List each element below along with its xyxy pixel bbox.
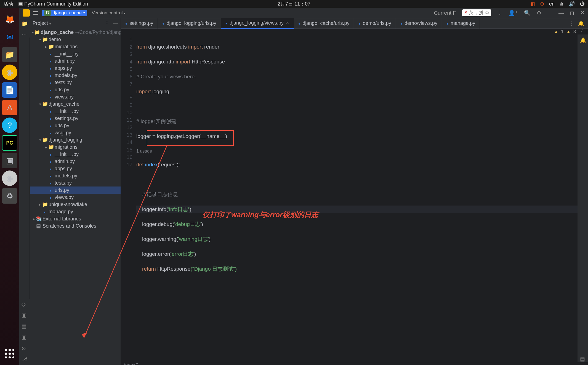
editor-area: settings.py django_logging/urls.py djang… [121,18,588,365]
volume-icon[interactable]: 🔊 [569,1,575,7]
tab-logging-views[interactable]: django_logging/views.py✕ [221,18,294,29]
services-tool-icon[interactable]: ▤ [22,323,28,329]
dock-rhythmbox-icon[interactable]: ◉ [2,65,17,80]
terminal-tool-icon[interactable]: ▣ [22,334,28,340]
tabs-more-icon[interactable]: ⋮ [569,20,574,26]
close-button[interactable]: ✕ [580,10,585,16]
main-menu-button[interactable] [33,11,38,15]
tree-hide-icon[interactable]: — [113,20,118,26]
code-editor[interactable]: 1234567891011121314151617 from django.sh… [121,34,588,362]
maximize-button[interactable]: ◻ [570,10,574,16]
lang-indicator[interactable]: en [549,1,555,7]
python-console-icon[interactable]: ▣ [22,312,28,318]
tab-demo-views[interactable]: demo/views.py [396,18,442,29]
pycharm-logo-icon[interactable] [23,9,30,17]
database-strip-icon[interactable]: ▤ [580,356,586,362]
gutter: 1234567891011121314151617 [121,34,136,362]
inspection-chevron-icon[interactable]: 〈 [579,29,583,34]
dock-firefox-icon[interactable]: 🦊 [2,12,17,27]
ime-panel[interactable]: S 英 ，拼 ⚙ [462,9,491,16]
python-packages-icon[interactable]: ◇ [22,301,28,307]
dock-trash-icon[interactable]: ♻ [2,188,17,204]
dock-software-icon[interactable]: A [2,100,17,115]
structure-tool-icon[interactable]: ⋯ [22,31,28,38]
project-tool-icon[interactable]: 📁 [22,20,28,26]
close-tab-icon[interactable]: ✕ [286,21,289,25]
dock-help-icon[interactable]: ? [2,118,17,133]
dock-apps-grid-icon[interactable] [3,347,16,360]
git-tool-icon[interactable]: ⎇ [22,356,28,362]
editor-breadcrumb[interactable]: index() [121,362,588,365]
settings-icon[interactable]: ⚙ [537,10,541,16]
project-tree-panel: Project ▾ ⋮ — ▾📁django_cache ~/Code/Pyth… [30,18,121,365]
warning-icon: ▲ [554,29,558,34]
tab-demo-urls[interactable]: demo/urls.py [354,18,396,29]
project-selector[interactable]: django_cache ▾ [42,10,87,16]
annotation-text: 仅打印了warning与error级别的日志 [203,211,318,219]
problems-tool-icon[interactable]: ⊙ [22,345,28,351]
dock-thunderbird-icon[interactable]: ✉ [2,29,17,45]
ubuntu-dock: 🦊 ✉ 📁 ◉ 📄 A ? PC ▣ ◉ ♻ [0,8,19,365]
search-everywhere-icon[interactable]: 🔍 [524,10,531,16]
project-tree[interactable]: ▾📁django_cache ~/Code/Python/django_cach… [30,28,121,365]
project-panel-title: Project ▾ [33,20,51,26]
more-actions-icon[interactable]: ⋮ [497,10,502,16]
power-icon[interactable]: ⏻ [580,1,585,7]
code-with-me-icon[interactable]: 👤⁺ [509,10,518,16]
network-icon[interactable]: ⋔ [560,1,564,7]
activities-label[interactable]: 活动 [3,1,13,7]
dock-disk-icon[interactable]: ◉ [2,170,17,186]
system-top-bar: 活动 ▣ PyCharm Community Edition 2月7日 11：0… [0,0,588,8]
dnd-icon[interactable]: ⊖ [540,1,544,7]
version-control-menu[interactable]: Version control ▾ [92,10,126,16]
dock-files-icon[interactable]: 📁 [2,47,17,62]
tab-cache-urls[interactable]: django_cache/urls.py [294,18,354,29]
dock-terminal-icon[interactable]: ▣ [2,153,17,168]
minimize-button[interactable]: — [558,10,564,16]
tab-settings[interactable]: settings.py [121,18,158,29]
run-config-label[interactable]: Current F [434,10,456,16]
system-clock[interactable]: 2月7日 11：07 [278,1,310,7]
bell-icon[interactable]: 🔔 [578,20,584,26]
notifications-strip-icon[interactable]: 🔔 [580,37,586,43]
typo-icon: ▲ [566,29,571,34]
ide-main-toolbar: django_cache ▾ Version control ▾ Current… [19,8,588,18]
ide-window: django_cache ▾ Version control ▾ Current… [19,8,588,365]
tab-logging-urls[interactable]: django_logging/urls.py [158,18,221,29]
dock-pycharm-icon[interactable]: PC [2,135,17,151]
tab-manage[interactable]: manage.py [442,18,480,29]
dock-writer-icon[interactable]: 📄 [2,82,17,98]
editor-tabs: settings.py django_logging/urls.py djang… [121,18,588,29]
inspection-widget[interactable]: ▲1 ▲3 〈 [121,29,588,34]
current-app-label: ▣ PyCharm Community Edition [18,1,88,7]
tree-more-icon[interactable]: ⋮ [105,20,110,26]
input-method-icon[interactable]: ◧ [530,1,535,7]
